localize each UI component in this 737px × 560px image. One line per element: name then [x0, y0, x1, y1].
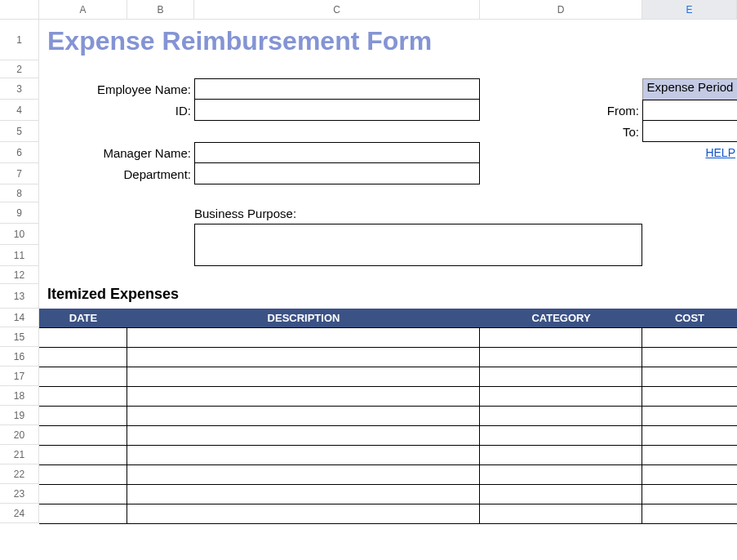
business-purpose-label: Business Purpose: [194, 202, 480, 224]
row-headers: 123456789101112131415161718192021222324 [0, 20, 39, 523]
cell-description[interactable] [127, 504, 480, 523]
cell-category[interactable] [480, 465, 642, 484]
expense-table-header: DATE DESCRIPTION CATEGORY COST [39, 309, 737, 327]
cell-date[interactable] [39, 446, 127, 464]
row-header-12[interactable]: 12 [0, 266, 39, 284]
row-header-19[interactable]: 19 [0, 406, 39, 425]
column-header-e[interactable]: E [642, 0, 737, 20]
row-header-13[interactable]: 13 [0, 284, 39, 309]
col-description-header: DESCRIPTION [127, 312, 480, 324]
row-header-23[interactable]: 23 [0, 484, 39, 504]
cell-category[interactable] [480, 485, 642, 504]
cell-cost[interactable] [642, 426, 737, 445]
table-row[interactable] [39, 387, 737, 407]
cell-category[interactable] [480, 446, 642, 464]
cell-category[interactable] [480, 504, 642, 523]
table-row[interactable] [39, 407, 737, 426]
table-row[interactable] [39, 348, 737, 367]
row-header-3[interactable]: 3 [0, 78, 39, 100]
cell-description[interactable] [127, 328, 480, 347]
cell-cost[interactable] [642, 348, 737, 367]
cell-description[interactable] [127, 387, 480, 406]
row-header-15[interactable]: 15 [0, 327, 39, 347]
spreadsheet-grid[interactable]: Expense Reimbursement Form Employee Name… [39, 20, 737, 560]
cell-description[interactable] [127, 446, 480, 464]
cell-category[interactable] [480, 387, 642, 406]
cell-description[interactable] [127, 367, 480, 386]
row-header-9[interactable]: 9 [0, 202, 39, 224]
row-header-20[interactable]: 20 [0, 425, 39, 445]
col-category-header: CATEGORY [480, 312, 642, 324]
department-input[interactable] [194, 162, 480, 184]
id-label: ID: [39, 100, 194, 121]
row-header-4[interactable]: 4 [0, 100, 39, 121]
column-header-a[interactable]: A [39, 0, 127, 20]
table-row[interactable] [39, 328, 737, 348]
row-header-17[interactable]: 17 [0, 367, 39, 386]
cell-category[interactable] [480, 328, 642, 347]
cell-date[interactable] [39, 485, 127, 504]
table-row[interactable] [39, 465, 737, 485]
cell-category[interactable] [480, 407, 642, 425]
cell-cost[interactable] [642, 446, 737, 464]
cell-description[interactable] [127, 426, 480, 445]
col-date-header: DATE [39, 312, 127, 324]
row-header-8[interactable]: 8 [0, 184, 39, 202]
cell-cost[interactable] [642, 328, 737, 347]
table-row[interactable] [39, 446, 737, 465]
cell-description[interactable] [127, 465, 480, 484]
cell-cost[interactable] [642, 387, 737, 406]
row-header-1[interactable]: 1 [0, 20, 39, 60]
cell-date[interactable] [39, 407, 127, 425]
col-cost-header: COST [642, 312, 737, 324]
table-row[interactable] [39, 426, 737, 446]
cell-description[interactable] [127, 348, 480, 367]
cell-date[interactable] [39, 348, 127, 367]
to-input[interactable] [642, 120, 737, 142]
employee-name-input[interactable] [194, 78, 480, 100]
cell-date[interactable] [39, 387, 127, 406]
column-headers: ABCDE [0, 0, 737, 20]
select-all-corner[interactable] [0, 0, 39, 20]
cell-cost[interactable] [642, 504, 737, 523]
cell-cost[interactable] [642, 367, 737, 386]
cell-cost[interactable] [642, 485, 737, 504]
cell-category[interactable] [480, 367, 642, 386]
row-header-21[interactable]: 21 [0, 445, 39, 464]
row-header-6[interactable]: 6 [0, 142, 39, 163]
cell-cost[interactable] [642, 465, 737, 484]
row-header-5[interactable]: 5 [0, 121, 39, 142]
table-row[interactable] [39, 504, 737, 524]
help-link[interactable]: HELP [642, 142, 737, 163]
from-input[interactable] [642, 100, 737, 121]
column-header-c[interactable]: C [194, 0, 480, 20]
row-header-2[interactable]: 2 [0, 60, 39, 78]
cell-cost[interactable] [642, 407, 737, 425]
business-purpose-input[interactable] [194, 224, 642, 266]
cell-date[interactable] [39, 504, 127, 523]
row-header-16[interactable]: 16 [0, 347, 39, 367]
row-header-14[interactable]: 14 [0, 309, 39, 327]
cell-date[interactable] [39, 426, 127, 445]
cell-date[interactable] [39, 367, 127, 386]
cell-description[interactable] [127, 407, 480, 425]
row-header-22[interactable]: 22 [0, 464, 39, 484]
column-header-d[interactable]: D [480, 0, 642, 20]
cell-category[interactable] [480, 348, 642, 367]
row-header-10[interactable]: 10 [0, 224, 39, 245]
cell-description[interactable] [127, 485, 480, 504]
manager-name-input[interactable] [194, 142, 480, 163]
expense-period-header: Expense Period [642, 78, 737, 100]
row-header-7[interactable]: 7 [0, 163, 39, 184]
department-label: Department: [39, 163, 194, 184]
cell-date[interactable] [39, 465, 127, 484]
column-header-b[interactable]: B [127, 0, 194, 20]
table-row[interactable] [39, 485, 737, 504]
row-header-11[interactable]: 11 [0, 245, 39, 266]
cell-category[interactable] [480, 426, 642, 445]
row-header-24[interactable]: 24 [0, 504, 39, 523]
id-input[interactable] [194, 99, 480, 121]
row-header-18[interactable]: 18 [0, 386, 39, 406]
cell-date[interactable] [39, 328, 127, 347]
table-row[interactable] [39, 367, 737, 387]
